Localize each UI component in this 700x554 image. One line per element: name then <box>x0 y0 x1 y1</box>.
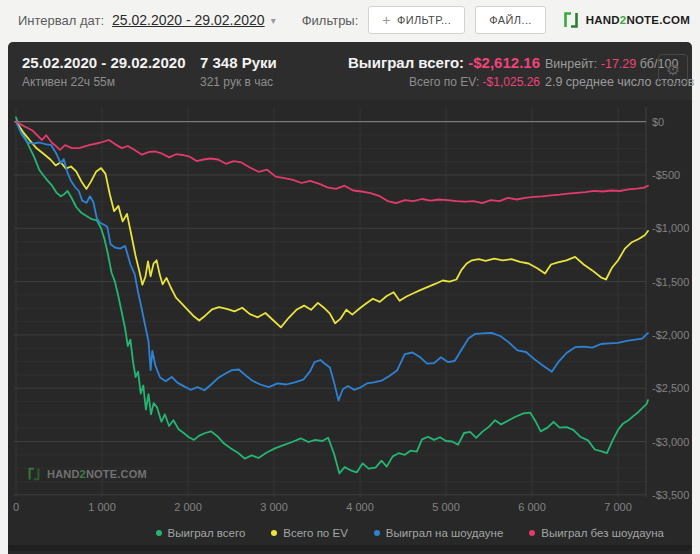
legend-dot-icon <box>529 530 535 536</box>
filter-button[interactable]: + ФИЛЬТР... <box>368 6 465 34</box>
gear-icon: ⚙ <box>666 60 680 79</box>
x-tick-label: 4 000 <box>346 501 374 513</box>
brand-logo: HAND2NOTE.COM <box>561 0 690 40</box>
x-tick-label: 6 000 <box>518 501 546 513</box>
filter-button-label: ФИЛЬТР... <box>397 14 451 26</box>
legend-item-2[interactable]: Выиграл на шоудауне <box>374 527 504 539</box>
y-tick-label: -$2,500 <box>652 382 698 394</box>
won-total-line: Выиграл всего: -$2,612.16 <box>290 54 540 71</box>
file-button-label: ФАЙЛ... <box>489 14 532 26</box>
watermark-text: HAND2NOTE.COM <box>47 468 147 480</box>
y-tick-label: -$3,500 <box>652 489 698 501</box>
date-range-dropdown[interactable]: 25.02.2020 - 29.02.2020 ▾ <box>112 12 276 28</box>
session-active-time: Активен 22ч 55м <box>22 75 185 89</box>
brand-text: HAND2NOTE.COM <box>586 14 690 26</box>
hands-per-hour: 321 рук в час <box>200 75 277 89</box>
x-tick-label: 1 000 <box>88 501 116 513</box>
legend-item-3[interactable]: Выиграл без шоудауна <box>529 527 664 539</box>
file-button[interactable]: ФАЙЛ... <box>475 6 546 34</box>
won-total-value: -$2,612.16 <box>468 54 540 71</box>
ev-total-value: -$1,025.26 <box>483 75 540 89</box>
top-toolbar: Интервал дат: 25.02.2020 - 29.02.2020 ▾ … <box>0 0 700 40</box>
hands-count: 7 348 Руки <box>200 54 277 71</box>
hand2note-watermark-icon <box>26 466 42 482</box>
chart-legend: Выиграл всегоВсего по EVВыиграл на шоуда… <box>8 527 692 539</box>
legend-dot-icon <box>271 530 277 536</box>
legend-dot-icon <box>374 530 380 536</box>
x-tick-label: 2 000 <box>174 501 202 513</box>
legend-item-0[interactable]: Выиграл всего <box>156 527 246 539</box>
hands-block: 7 348 Руки 321 рук в час <box>200 54 277 89</box>
winnings-block: Выиграл всего: -$2,612.16 Всего по EV: -… <box>290 54 540 89</box>
y-tick-label: -$3,000 <box>652 436 698 448</box>
y-tick-label: -$1,000 <box>652 222 698 234</box>
report-panel: 25.02.2020 - 29.02.2020 Активен 22ч 55м … <box>8 42 692 551</box>
chart-plot <box>8 100 692 554</box>
legend-item-1[interactable]: Всего по EV <box>271 527 348 539</box>
legend-label: Выиграл всего <box>168 527 246 539</box>
session-date-block: 25.02.2020 - 29.02.2020 Активен 22ч 55м <box>22 54 185 89</box>
legend-label: Выиграл на шоудауне <box>386 527 504 539</box>
y-tick-label: -$500 <box>652 169 698 181</box>
legend-dot-icon <box>156 530 162 536</box>
y-tick-label: -$2,000 <box>652 329 698 341</box>
date-range-value: 25.02.2020 - 29.02.2020 <box>112 12 265 28</box>
winrate-value: -17.29 <box>601 57 636 71</box>
plus-icon: + <box>382 12 391 28</box>
x-tick-label: 7 000 <box>604 501 632 513</box>
filters-label: Фильтры: <box>302 13 359 28</box>
x-tick-label: 5 000 <box>432 501 460 513</box>
x-tick-label: 3 000 <box>260 501 288 513</box>
chevron-down-icon: ▾ <box>271 15 276 26</box>
session-date-range: 25.02.2020 - 29.02.2020 <box>22 54 185 71</box>
y-tick-label: $0 <box>652 116 698 128</box>
x-tick-label: 0 <box>13 501 19 513</box>
ev-total-line: Всего по EV: -$1,025.26 <box>290 75 540 89</box>
interval-label: Интервал дат: <box>18 13 104 28</box>
chart-watermark: HAND2NOTE.COM <box>26 466 147 482</box>
legend-label: Всего по EV <box>283 527 348 539</box>
y-tick-label: -$1,500 <box>652 276 698 288</box>
settings-button[interactable]: ⚙ <box>658 54 688 84</box>
hand2note-icon <box>561 10 581 30</box>
legend-label: Выиграл без шоудауна <box>541 527 664 539</box>
